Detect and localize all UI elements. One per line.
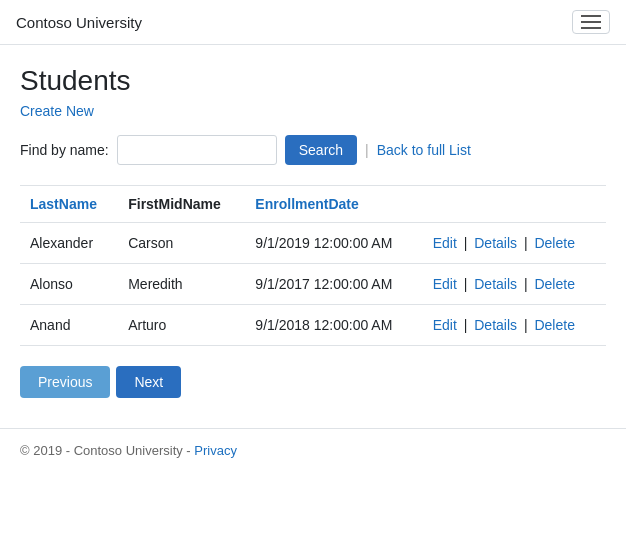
action-separator: | — [520, 276, 531, 292]
action-separator: | — [520, 317, 531, 333]
action-details-link[interactable]: Details — [474, 317, 517, 333]
cell-firstmidname: Carson — [118, 223, 245, 264]
students-table: LastName FirstMidName EnrollmentDate Ale… — [20, 185, 606, 346]
action-separator: | — [520, 235, 531, 251]
privacy-link[interactable]: Privacy — [194, 443, 237, 458]
col-header-firstmidname[interactable]: FirstMidName — [118, 186, 245, 223]
action-delete-link[interactable]: Delete — [534, 276, 574, 292]
search-label: Find by name: — [20, 142, 109, 158]
create-new-link[interactable]: Create New — [20, 103, 94, 119]
cell-actions: Edit | Details | Delete — [423, 264, 606, 305]
action-delete-link[interactable]: Delete — [534, 235, 574, 251]
navbar-brand: Contoso University — [16, 14, 142, 31]
search-row: Find by name: Search | Back to full List — [20, 135, 606, 165]
previous-button[interactable]: Previous — [20, 366, 110, 398]
toggler-bar — [581, 27, 601, 29]
action-details-link[interactable]: Details — [474, 235, 517, 251]
cell-actions: Edit | Details | Delete — [423, 305, 606, 346]
col-header-actions — [423, 186, 606, 223]
cell-actions: Edit | Details | Delete — [423, 223, 606, 264]
next-button[interactable]: Next — [116, 366, 181, 398]
pagination-row: Previous Next — [20, 366, 606, 408]
separator: | — [365, 142, 369, 158]
action-edit-link[interactable]: Edit — [433, 317, 457, 333]
col-header-enrollmentdate[interactable]: EnrollmentDate — [245, 186, 422, 223]
navbar-toggler-button[interactable] — [572, 10, 610, 34]
back-to-full-list-link[interactable]: Back to full List — [377, 142, 471, 158]
page-title: Students — [20, 65, 606, 97]
cell-firstmidname: Meredith — [118, 264, 245, 305]
col-header-lastname[interactable]: LastName — [20, 186, 118, 223]
action-separator: | — [460, 276, 471, 292]
main-content: Students Create New Find by name: Search… — [0, 45, 626, 408]
cell-lastname: Alexander — [20, 223, 118, 264]
footer: © 2019 - Contoso University - Privacy — [0, 428, 626, 472]
table-header-row: LastName FirstMidName EnrollmentDate — [20, 186, 606, 223]
action-details-link[interactable]: Details — [474, 276, 517, 292]
table-row: AnandArturo9/1/2018 12:00:00 AMEdit | De… — [20, 305, 606, 346]
table-row: AlonsoMeredith9/1/2017 12:00:00 AMEdit |… — [20, 264, 606, 305]
action-separator: | — [460, 235, 471, 251]
footer-text: © 2019 - Contoso University - — [20, 443, 194, 458]
toggler-bar — [581, 21, 601, 23]
cell-enrollmentdate: 9/1/2018 12:00:00 AM — [245, 305, 422, 346]
action-delete-link[interactable]: Delete — [534, 317, 574, 333]
search-button[interactable]: Search — [285, 135, 357, 165]
cell-enrollmentdate: 9/1/2019 12:00:00 AM — [245, 223, 422, 264]
search-input[interactable] — [117, 135, 277, 165]
navbar: Contoso University — [0, 0, 626, 45]
action-separator: | — [460, 317, 471, 333]
cell-lastname: Anand — [20, 305, 118, 346]
action-edit-link[interactable]: Edit — [433, 235, 457, 251]
cell-enrollmentdate: 9/1/2017 12:00:00 AM — [245, 264, 422, 305]
cell-firstmidname: Arturo — [118, 305, 245, 346]
toggler-bar — [581, 15, 601, 17]
cell-lastname: Alonso — [20, 264, 118, 305]
table-row: AlexanderCarson9/1/2019 12:00:00 AMEdit … — [20, 223, 606, 264]
action-edit-link[interactable]: Edit — [433, 276, 457, 292]
